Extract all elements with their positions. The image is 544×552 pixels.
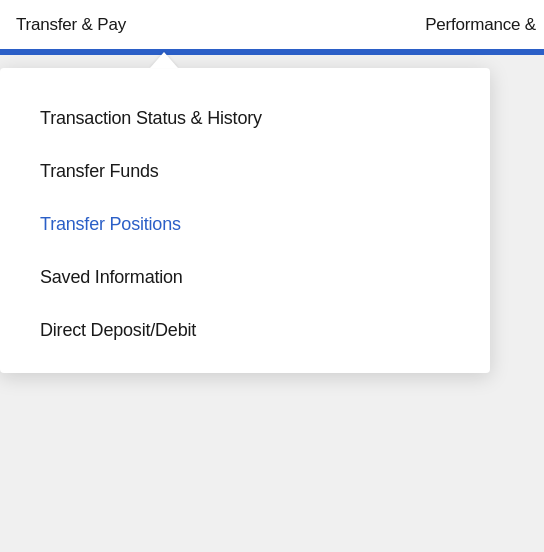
nav-item-performance[interactable]: Performance & [425,15,544,35]
dropdown-item-transaction-status[interactable]: Transaction Status & History [0,92,490,145]
nav-bar: Transfer & Pay Performance & [0,0,544,52]
dropdown-arrow [150,52,178,68]
dropdown-item-transfer-funds[interactable]: Transfer Funds [0,145,490,198]
dropdown-panel: Transaction Status & HistoryTransfer Fun… [0,68,490,373]
nav-accent-line [0,52,544,55]
dropdown-item-transfer-positions[interactable]: Transfer Positions [0,198,490,251]
dropdown-item-saved-information[interactable]: Saved Information [0,251,490,304]
nav-item-transfer-pay[interactable]: Transfer & Pay [16,15,126,35]
dropdown-item-direct-deposit[interactable]: Direct Deposit/Debit [0,304,490,357]
